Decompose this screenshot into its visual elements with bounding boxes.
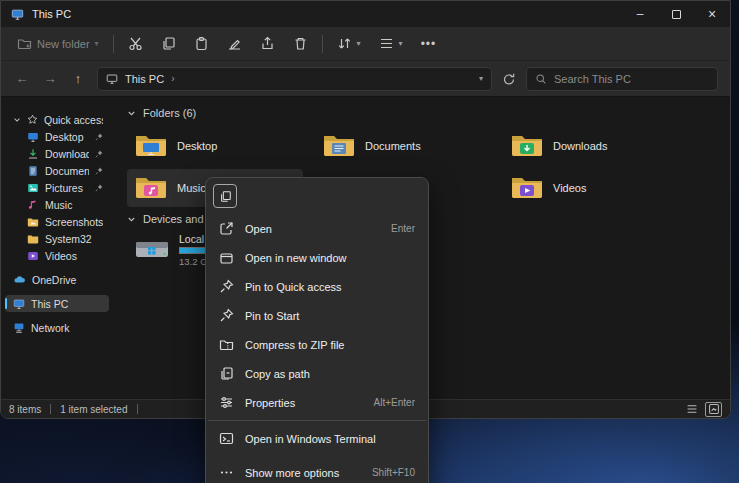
back-button[interactable]: ← xyxy=(13,71,31,86)
menu-item-open-in-new-window[interactable]: Open in new window xyxy=(206,243,428,272)
chevron-down-icon xyxy=(13,116,21,124)
sidebar-item-documents[interactable]: Documents xyxy=(5,162,109,179)
menu-item-open[interactable]: Open Enter xyxy=(206,214,428,243)
network-icon xyxy=(13,322,25,334)
menu-item-copy-as-path[interactable]: Copy as path xyxy=(206,359,428,388)
sidebar-item-network[interactable]: Network xyxy=(5,319,109,336)
share-icon xyxy=(260,36,275,51)
pin-icon xyxy=(95,167,103,175)
menu-item-pin-to-quick-access[interactable]: Pin to Quick access xyxy=(206,272,428,301)
rename-button[interactable] xyxy=(223,33,246,54)
chevron-down-icon[interactable]: ▾ xyxy=(479,74,483,83)
menu-item-shortcut: Shift+F10 xyxy=(372,467,415,478)
menu-item-label: Properties xyxy=(245,397,295,409)
menu-item-label: Pin to Start xyxy=(245,310,299,322)
navigation-pane: Quick access Desktop Downloads Documents… xyxy=(1,97,113,399)
folders-section-header[interactable]: Folders (6) xyxy=(127,107,730,119)
refresh-button[interactable] xyxy=(502,72,516,86)
copy-path-icon xyxy=(219,366,234,381)
window-pc-icon xyxy=(11,8,24,21)
star-icon xyxy=(27,114,38,125)
sidebar-item-screenshots[interactable]: Screenshots xyxy=(5,213,109,230)
more-options-icon xyxy=(219,465,234,480)
folder-tile-desktop[interactable]: Desktop xyxy=(127,127,303,165)
sidebar-item-downloads[interactable]: Downloads xyxy=(5,145,109,162)
menu-item-label: Open xyxy=(245,223,272,235)
view-button[interactable]: ▾ xyxy=(375,33,407,54)
items-count: 8 items xyxy=(9,404,41,415)
sidebar-label: Music xyxy=(45,199,103,211)
cut-button[interactable] xyxy=(124,33,147,54)
sidebar-item-system32[interactable]: System32 xyxy=(5,230,109,247)
sidebar-item-onedrive[interactable]: OneDrive xyxy=(5,271,109,288)
forward-button[interactable]: → xyxy=(41,71,59,86)
downloads-icon xyxy=(27,148,39,160)
paste-button[interactable] xyxy=(190,33,213,54)
sort-button[interactable]: ▾ xyxy=(333,33,365,54)
menu-item-show-more-options[interactable]: Show more options Shift+F10 xyxy=(206,458,428,483)
folder-icon xyxy=(27,233,39,245)
titlebar: This PC – × xyxy=(1,1,730,27)
context-menu: Open Enter Open in new window Pin to Qui… xyxy=(205,177,429,483)
large-icons-view-button[interactable] xyxy=(705,402,722,417)
menu-item-pin-to-start[interactable]: Pin to Start xyxy=(206,301,428,330)
sidebar-label: This PC xyxy=(31,298,103,310)
sidebar-label: Quick access xyxy=(44,114,103,126)
documents-folder-icon xyxy=(323,133,355,159)
status-divider xyxy=(137,404,138,414)
sidebar-item-music[interactable]: Music xyxy=(5,196,109,213)
see-more-button[interactable]: ••• xyxy=(417,34,441,54)
window-title: This PC xyxy=(32,8,71,20)
command-toolbar: New folder ▾ ▾ xyxy=(1,27,730,61)
delete-button[interactable] xyxy=(289,33,312,54)
new-folder-button[interactable]: New folder ▾ xyxy=(13,33,103,54)
up-button[interactable]: ↑ xyxy=(69,71,87,86)
share-button[interactable] xyxy=(256,33,279,54)
details-view-button[interactable] xyxy=(683,402,700,417)
maximize-icon xyxy=(672,10,681,19)
videos-icon xyxy=(27,250,39,262)
search-icon xyxy=(535,73,547,85)
copy-button[interactable] xyxy=(157,33,180,54)
sidebar-item-pictures[interactable]: Pictures xyxy=(5,179,109,196)
new-window-icon xyxy=(219,250,234,265)
sidebar-item-quick-access[interactable]: Quick access xyxy=(5,111,109,128)
breadcrumb-root[interactable]: This PC xyxy=(125,73,164,85)
close-button[interactable]: × xyxy=(694,1,730,27)
breadcrumb[interactable]: This PC › ▾ xyxy=(97,67,492,91)
status-divider xyxy=(50,404,51,414)
pin-icon xyxy=(219,279,234,294)
sidebar-label: Network xyxy=(31,322,103,334)
toolbar-separator xyxy=(322,35,323,53)
more-icon: ••• xyxy=(421,37,437,51)
minimize-button[interactable]: – xyxy=(622,1,658,27)
folder-name: Music xyxy=(177,182,206,194)
folder-name: Documents xyxy=(365,140,421,152)
new-folder-icon xyxy=(17,36,32,51)
sidebar-label: OneDrive xyxy=(32,274,103,286)
view-icon xyxy=(379,36,394,51)
context-menu-quick-actions xyxy=(206,178,428,214)
sidebar-item-desktop[interactable]: Desktop xyxy=(5,128,109,145)
terminal-icon xyxy=(219,431,234,446)
search-input[interactable]: Search This PC xyxy=(526,67,718,91)
folder-tile-downloads[interactable]: Downloads xyxy=(503,127,679,165)
sidebar-item-this-pc[interactable]: This PC xyxy=(5,295,109,312)
sidebar-item-videos[interactable]: Videos xyxy=(5,247,109,264)
section-title: Folders (6) xyxy=(143,107,196,119)
chevron-right-icon: › xyxy=(171,73,174,84)
copy-quick-action[interactable] xyxy=(213,184,237,208)
menu-item-compress-to-zip[interactable]: Compress to ZIP file xyxy=(206,330,428,359)
menu-item-properties[interactable]: Properties Alt+Enter xyxy=(206,388,428,417)
folder-tile-documents[interactable]: Documents xyxy=(315,127,491,165)
folder-tile-videos[interactable]: Videos xyxy=(503,169,679,207)
desktop-folder-icon xyxy=(135,133,167,159)
music-folder-icon xyxy=(135,175,167,201)
sidebar-label: Screenshots xyxy=(45,216,103,228)
menu-item-label: Compress to ZIP file xyxy=(245,339,344,351)
menu-item-open-in-windows-terminal[interactable]: Open in Windows Terminal xyxy=(206,424,428,453)
maximize-button[interactable] xyxy=(658,1,694,27)
onedrive-cloud-icon xyxy=(13,273,26,286)
desktop-icon xyxy=(27,131,39,143)
zip-icon xyxy=(219,337,234,352)
